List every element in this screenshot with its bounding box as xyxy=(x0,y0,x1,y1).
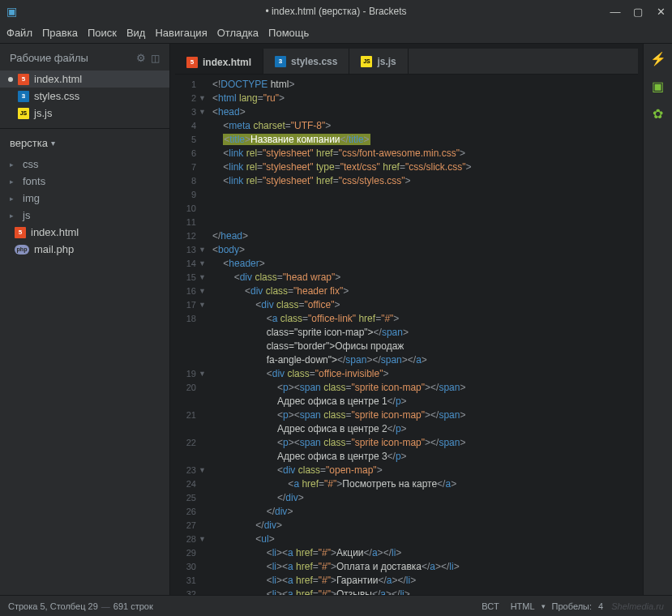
spaces-count[interactable]: 4 xyxy=(598,601,603,611)
app-logo-icon: ▣ xyxy=(6,5,17,18)
file-name: js.js xyxy=(34,107,52,119)
chevron-down-icon: ▾ xyxy=(51,139,55,148)
menu-file[interactable]: Файл xyxy=(6,27,32,39)
tree-folder[interactable]: ▸css xyxy=(0,156,169,173)
tab-label: index.html xyxy=(203,57,251,68)
modified-dot-icon xyxy=(8,111,13,116)
gear-icon[interactable]: ⚙ xyxy=(136,52,146,64)
cursor-col-label: Столбец xyxy=(50,601,86,611)
working-file-item[interactable]: 5index.html xyxy=(0,71,169,88)
caret-right-icon: ▸ xyxy=(10,160,18,169)
cursor-col[interactable]: 29 xyxy=(88,601,98,611)
working-files-header: Рабочие файлы ⚙ ◫ xyxy=(0,44,169,69)
working-files-list: 5index.html3styles.cssJSjs.js xyxy=(0,69,169,123)
file-name: styles.css xyxy=(34,90,79,102)
working-files-label: Рабочие файлы xyxy=(10,52,88,64)
editor-tabs: 5index.html3styles.cssJSjs.js xyxy=(175,49,638,75)
caret-right-icon: ▸ xyxy=(10,212,18,220)
menu-view[interactable]: Вид xyxy=(126,27,146,39)
tree-file[interactable]: 5index.html xyxy=(0,224,169,241)
folder-name: fonts xyxy=(23,175,45,187)
tree-folder[interactable]: ▸js xyxy=(0,207,169,224)
sidebar: Рабочие файлы ⚙ ◫ 5index.html3styles.css… xyxy=(0,44,170,595)
tab-label: styles.css xyxy=(291,56,337,67)
close-button[interactable]: ✕ xyxy=(653,6,669,18)
folder-name: js xyxy=(23,209,30,221)
html-icon: 5 xyxy=(15,227,26,238)
split-view-icon[interactable]: ◫ xyxy=(151,53,160,64)
chevron-down-icon[interactable]: ▾ xyxy=(541,602,546,610)
file-name: index.html xyxy=(31,226,79,238)
html-icon: 5 xyxy=(18,74,29,85)
html-icon: 5 xyxy=(186,57,198,68)
folder-name: img xyxy=(23,192,40,204)
caret-right-icon: ▸ xyxy=(10,195,18,203)
menu-find[interactable]: Поиск xyxy=(88,27,117,39)
tab-label: js.js xyxy=(377,56,396,67)
menu-edit[interactable]: Правка xyxy=(42,27,78,39)
tree-file[interactable]: phpmail.php xyxy=(0,241,169,258)
project-header[interactable]: верстка ▾ xyxy=(0,128,169,154)
watermark: Shelmedia.ru xyxy=(611,601,664,611)
editor-tab[interactable]: JSjs.js xyxy=(349,49,408,74)
menu-help[interactable]: Помощь xyxy=(268,27,309,39)
total-lines: 691 строк xyxy=(113,601,153,611)
menu-navigate[interactable]: Навигация xyxy=(155,27,207,39)
insert-mode-toggle[interactable]: ВСТ xyxy=(477,600,503,613)
code-editor[interactable]: 12▼3▼45678910111213▼14▼15▼16▼17▼1819▼202… xyxy=(175,75,638,595)
minimize-button[interactable]: — xyxy=(607,6,623,18)
file-name: mail.php xyxy=(34,243,74,255)
status-bar: Строка 5, Столбец 29 — 691 строк ВСТ HTM… xyxy=(0,595,672,616)
menu-debug[interactable]: Отладка xyxy=(217,27,259,39)
menu-bar: Файл Правка Поиск Вид Навигация Отладка … xyxy=(0,23,672,44)
js-icon: JS xyxy=(361,56,372,67)
file-tree: ▸css▸fonts▸img▸js5index.htmlphpmail.php xyxy=(0,154,169,259)
folder-name: css xyxy=(23,158,39,170)
php-icon: php xyxy=(15,245,29,255)
caret-right-icon: ▸ xyxy=(10,178,18,186)
editor-tab[interactable]: 5index.html xyxy=(175,49,263,74)
code-content[interactable]: <!DOCTYPE html><html lang="ru"><head> <m… xyxy=(208,75,638,595)
project-label: верстка xyxy=(10,137,48,149)
working-file-item[interactable]: 3styles.css xyxy=(0,88,169,105)
window-title: • index.html (верстка) - Brackets xyxy=(265,6,406,17)
editor-tab[interactable]: 3styles.css xyxy=(263,49,349,74)
working-file-item[interactable]: JSjs.js xyxy=(0,105,169,122)
live-preview-icon[interactable]: ⚡ xyxy=(650,50,666,66)
css-icon: 3 xyxy=(275,56,286,67)
spaces-label[interactable]: Пробелы: xyxy=(547,600,597,613)
cursor-line[interactable]: 5 xyxy=(40,601,45,611)
title-bar: ▣ • index.html (верстка) - Brackets — ▢ … xyxy=(0,0,672,23)
css-icon: 3 xyxy=(18,91,29,102)
extension-manager-icon[interactable]: ▣ xyxy=(650,78,666,94)
language-mode[interactable]: HTML xyxy=(506,600,540,613)
tree-folder[interactable]: ▸fonts xyxy=(0,173,169,190)
plugin-icon[interactable]: ✿ xyxy=(650,105,666,122)
file-name: index.html xyxy=(34,73,82,85)
tree-folder[interactable]: ▸img xyxy=(0,190,169,207)
modified-dot-icon xyxy=(8,77,13,82)
js-icon: JS xyxy=(18,108,29,119)
right-rail: ⚡ ▣ ✿ xyxy=(643,44,672,595)
maximize-button[interactable]: ▢ xyxy=(630,6,646,18)
line-gutter: 12▼3▼45678910111213▼14▼15▼16▼17▼1819▼202… xyxy=(175,75,208,595)
modified-dot-icon xyxy=(8,94,13,99)
cursor-line-label: Строка xyxy=(8,601,37,611)
